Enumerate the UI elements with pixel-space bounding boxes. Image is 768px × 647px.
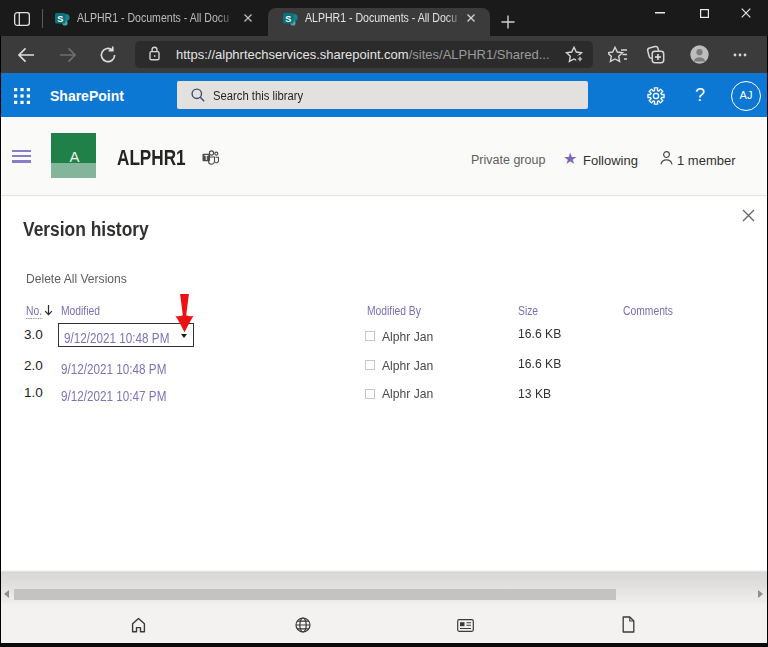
svg-text:S: S (285, 14, 291, 24)
svg-text:T: T (204, 154, 208, 161)
svg-text:S: S (57, 14, 63, 24)
